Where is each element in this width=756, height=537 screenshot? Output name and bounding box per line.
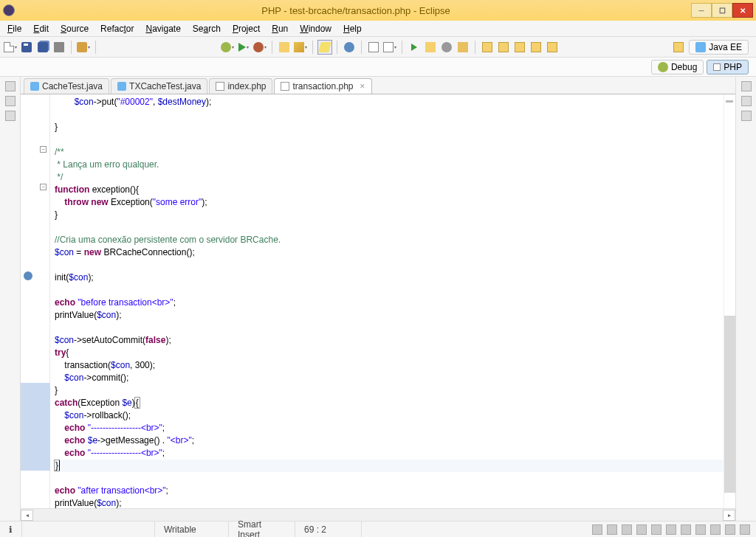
line-ruler[interactable]: −− (21, 94, 50, 508)
resume-button[interactable] (407, 40, 422, 55)
horizontal-scrollbar[interactable]: ◂ ▸ (21, 508, 735, 521)
code-line[interactable]: init($con); (55, 271, 724, 284)
code-line[interactable] (55, 108, 724, 121)
code-editor[interactable]: $con->put("#00002", $destMoney);}/** * L… (50, 94, 724, 508)
code-line[interactable]: /** (55, 146, 724, 159)
disconnect-button[interactable] (456, 40, 470, 55)
step-over-button[interactable] (496, 40, 511, 55)
drop-frame-button[interactable] (545, 40, 560, 55)
tray-icon-7[interactable] (681, 524, 691, 535)
code-line[interactable] (55, 134, 724, 146)
run-button[interactable] (236, 40, 251, 55)
code-line[interactable]: throw new Exception("some error"); (55, 196, 724, 209)
save-all-button[interactable] (35, 40, 50, 55)
code-line[interactable] (55, 322, 724, 334)
editor-tab-1[interactable]: TXCacheTest.java (111, 78, 207, 94)
code-line[interactable]: printValue($con); (55, 309, 724, 322)
code-line[interactable]: echo "after transaction<br>"; (55, 485, 724, 497)
fold-toggle[interactable]: − (40, 184, 47, 190)
outline2-button[interactable] (382, 40, 397, 55)
fold-toggle[interactable]: − (40, 146, 47, 153)
maximize-button[interactable]: ☐ (712, 3, 732, 18)
save-button[interactable] (19, 40, 34, 55)
scroll-left-button[interactable]: ◂ (21, 510, 33, 521)
code-line[interactable]: echo $e->getMessage() . "<br>"; (55, 434, 724, 447)
code-line[interactable] (55, 259, 724, 271)
code-line[interactable]: } (55, 384, 724, 397)
menu-source[interactable]: Source (55, 22, 94, 35)
menu-window[interactable]: Window (294, 22, 337, 35)
scroll-right-button[interactable]: ▸ (723, 510, 735, 521)
code-line[interactable]: */ (55, 171, 724, 184)
tray-icon-5[interactable] (651, 524, 662, 535)
tray-icon-1[interactable] (592, 524, 602, 535)
code-line[interactable]: } (55, 121, 724, 134)
code-line[interactable]: function exception(){ (55, 184, 724, 196)
browser-button[interactable] (342, 40, 357, 55)
tray-icon-3[interactable] (622, 524, 632, 535)
outline-button[interactable] (366, 40, 381, 55)
view-icon-r2[interactable] (741, 111, 752, 121)
highlight-button[interactable] (317, 40, 332, 55)
code-line[interactable]: transaction($con, 300); (55, 359, 724, 372)
code-line[interactable] (55, 221, 724, 234)
editor-tab-3[interactable]: transaction.php✕ (274, 78, 371, 94)
close-button[interactable]: ✕ (732, 3, 753, 18)
tab-close-button[interactable]: ✕ (360, 83, 365, 90)
perspective-php[interactable]: PHP (707, 60, 749, 75)
menu-file[interactable]: File (1, 22, 27, 35)
menu-navigate[interactable]: Navigate (140, 22, 186, 35)
code-line[interactable]: echo "before transaction<br>"; (55, 297, 724, 309)
suspend-button[interactable] (423, 40, 438, 55)
run-ext-button[interactable] (252, 40, 267, 55)
code-line[interactable]: $con->setAutoCommit(false); (55, 334, 724, 347)
code-line[interactable]: try{ (55, 347, 724, 359)
menu-run[interactable]: Run (266, 22, 294, 35)
print-button[interactable] (52, 40, 66, 55)
tray-icon-8[interactable] (695, 524, 706, 535)
view-icon-2[interactable] (5, 111, 16, 121)
tray-icon-4[interactable] (636, 524, 647, 535)
code-line[interactable]: * Lança um erro qualquer. (55, 159, 724, 171)
code-line[interactable]: echo "-----------------<br>"; (55, 422, 724, 434)
code-line[interactable]: } (55, 460, 724, 472)
code-line[interactable]: printValue($con); (55, 497, 724, 508)
build-button[interactable] (76, 40, 91, 55)
editor-tab-2[interactable]: index.php (209, 78, 272, 94)
terminate-button[interactable] (439, 40, 454, 55)
tray-icon-9[interactable] (710, 524, 721, 535)
perspective-java-ee[interactable]: Java EE (689, 40, 749, 55)
perspective-debug[interactable]: Debug (651, 60, 704, 75)
tray-icon-10[interactable] (725, 524, 735, 535)
editor-tab-0[interactable]: CacheTest.java (24, 78, 109, 94)
status-info-icon[interactable]: ℹ (0, 522, 22, 537)
code-line[interactable]: $con->put("#00002", $destMoney); (55, 96, 724, 108)
overview-ruler[interactable] (724, 94, 735, 508)
open-perspective-button[interactable] (671, 40, 686, 55)
code-line[interactable]: //Cria uma conexão persistente com o ser… (55, 234, 724, 246)
step-into-button[interactable] (480, 40, 495, 55)
code-line[interactable]: $con->rollback(); (55, 409, 724, 422)
tray-icon-2[interactable] (607, 524, 617, 535)
minimize-button[interactable]: ─ (691, 3, 712, 18)
code-line[interactable]: catch(Exception $e){ (55, 397, 724, 409)
restore-view-icon-r[interactable] (741, 81, 752, 91)
menu-edit[interactable]: Edit (27, 22, 55, 35)
code-line[interactable] (55, 472, 724, 485)
debug-button[interactable] (220, 40, 235, 55)
code-line[interactable] (55, 284, 724, 297)
view-icon-r1[interactable] (741, 96, 752, 106)
menu-project[interactable]: Project (227, 22, 266, 35)
marker-icon[interactable] (24, 271, 32, 280)
menu-refactor[interactable]: Refactor (94, 22, 140, 35)
tray-icon-6[interactable] (666, 524, 676, 535)
restore-view-icon[interactable] (5, 81, 16, 91)
tray-icon-11[interactable] (740, 524, 750, 535)
menu-search[interactable]: Search (187, 22, 227, 35)
code-line[interactable]: $con = new BRCacheConnection(); (55, 246, 724, 259)
code-line[interactable]: } (55, 209, 724, 221)
menu-help[interactable]: Help (337, 22, 368, 35)
code-line[interactable]: $con->commit(); (55, 372, 724, 384)
code-line[interactable]: echo "-----------------<br>"; (55, 447, 724, 460)
step-return-button[interactable] (512, 40, 527, 55)
